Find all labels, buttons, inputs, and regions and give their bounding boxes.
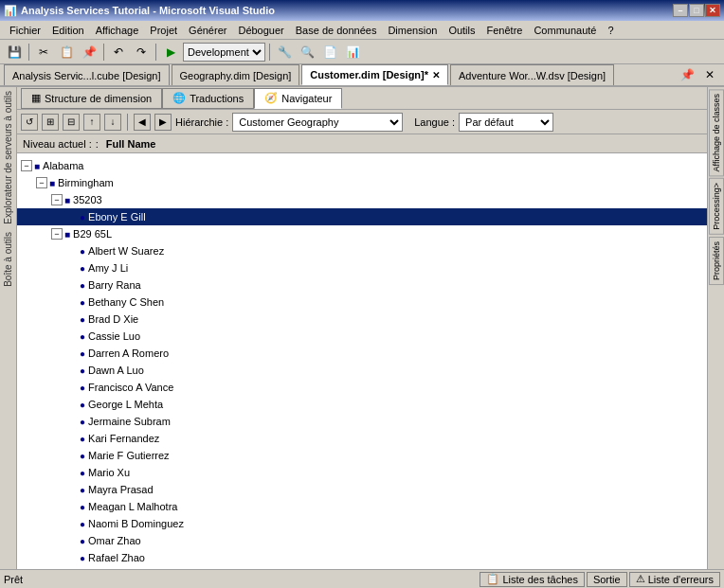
tree-node-francisco-a-vance[interactable]: ●Francisco A Vance	[17, 379, 707, 396]
right-sidebar-proprietes-btn[interactable]: Propriétés	[709, 237, 724, 285]
right-sidebar-classes-btn[interactable]: Affichage de classes	[709, 89, 724, 176]
statusbar: Prêt 📋 Liste des tâches Sortie ⚠ Liste d…	[0, 569, 724, 588]
toolbar-btn-undo[interactable]: ↶	[108, 42, 129, 62]
node-icon-b29-65l: ■	[64, 229, 70, 240]
hier-btn-4[interactable]: ↑	[83, 114, 100, 131]
minimize-button[interactable]: –	[673, 4, 688, 17]
tree-node-35203[interactable]: −■35203	[17, 191, 707, 208]
node-expander-35203[interactable]: −	[51, 194, 63, 205]
status-tab-errors[interactable]: ⚠ Liste d'erreurs	[629, 572, 720, 587]
tab-close-button[interactable]: ✕	[699, 64, 720, 85]
node-icon-albert-w-suarez: ●	[80, 246, 85, 257]
tree-area[interactable]: −■Alabama−■Birmingham−■35203●Ebony E Gil…	[17, 153, 707, 569]
tree-node-mayra-prasad[interactable]: ●Mayra Prasad	[17, 481, 707, 498]
tab-geography[interactable]: Geography.dim [Design]	[172, 64, 300, 85]
hier-refresh-btn[interactable]: ↺	[21, 114, 38, 131]
tab-customer[interactable]: Customer.dim [Design]* ✕	[301, 64, 448, 85]
subtab-traductions[interactable]: 🌐 Traductions	[162, 88, 254, 109]
tab-customer-close[interactable]: ✕	[432, 70, 440, 80]
hier-btn-5[interactable]: ↓	[104, 114, 121, 131]
tree-node-mario-xu[interactable]: ●Mario Xu	[17, 464, 707, 481]
tree-node-ebony-e-gill[interactable]: ●Ebony E Gill	[17, 208, 707, 225]
level-value: Full Name	[106, 138, 156, 150]
language-select[interactable]: Par défaut	[459, 113, 553, 132]
menu-projet[interactable]: Projet	[144, 23, 183, 38]
app-icon: 📊	[4, 5, 17, 17]
tree-node-jermaine-subram[interactable]: ●Jermaine Subram	[17, 413, 707, 430]
tab-pin-button[interactable]: 📌	[677, 64, 697, 85]
main-toolbar: 💾 ✂ 📋 📌 ↶ ↷ ▶ Development 🔧 🔍 📄 📊	[0, 40, 724, 64]
node-icon-dawn-a-luo: ●	[80, 365, 85, 376]
tree-node-albert-w-suarez[interactable]: ●Albert W Suarez	[17, 242, 707, 259]
tree-node-bethany-c-shen[interactable]: ●Bethany C Shen	[17, 294, 707, 311]
menu-dimension[interactable]: Dimension	[382, 23, 443, 38]
document-tabs: Analysis Servic...l.cube [Design] Geogra…	[0, 64, 724, 87]
toolbar-btn-paste[interactable]: 📌	[79, 42, 100, 62]
tree-node-b29-65l[interactable]: −■B29 65L	[17, 225, 707, 242]
toolbar-btn-cut[interactable]: ✂	[33, 42, 54, 62]
tree-node-amy-j-li[interactable]: ●Amy J Li	[17, 259, 707, 276]
node-expander-b29-65l[interactable]: −	[51, 228, 63, 240]
tree-node-barry-rana[interactable]: ●Barry Rana	[17, 276, 707, 294]
tree-node-birmingham[interactable]: −■Birmingham	[17, 174, 707, 191]
toolbar-btn-play[interactable]: ▶	[160, 42, 181, 62]
tree-node-naomi-b-dominguez[interactable]: ●Naomi B Dominguez	[17, 515, 707, 532]
close-button[interactable]: ✕	[705, 4, 720, 17]
hier-btn-3[interactable]: ⊟	[63, 114, 80, 131]
node-expander-birmingham[interactable]: −	[36, 177, 47, 188]
node-icon-mayra-prasad: ●	[80, 485, 85, 495]
node-label-barry-rana: Barry Rana	[88, 279, 141, 291]
menu-debogueur[interactable]: Déboguer	[232, 23, 289, 38]
subtab-navigateur[interactable]: 🧭 Navigateur	[254, 88, 342, 109]
menu-base-donnees[interactable]: Base de données	[290, 23, 383, 38]
menu-edition[interactable]: Edition	[46, 23, 90, 38]
node-label-omar-zhao: Omar Zhao	[88, 535, 141, 546]
node-icon-amy-j-li: ●	[80, 263, 85, 274]
node-expander-alabama[interactable]: −	[21, 160, 32, 171]
toolbar-btn-5[interactable]: 🔧	[274, 42, 295, 62]
tree-node-brad-d-xie[interactable]: ●Brad D Xie	[17, 311, 707, 328]
toolbar-btn-1[interactable]: 💾	[4, 42, 25, 62]
status-tab-tasks[interactable]: 📋 Liste des tâches	[480, 572, 585, 587]
hier-btn-6[interactable]: ◀	[134, 114, 151, 131]
node-icon-darren-a-romero: ●	[80, 348, 85, 359]
titlebar-controls: – □ ✕	[673, 4, 720, 17]
tree-node-alabama[interactable]: −■Alabama	[17, 157, 707, 174]
tree-node-kari-fernandez[interactable]: ●Kari Fernandez	[17, 430, 707, 447]
menu-outils[interactable]: Outils	[443, 23, 480, 38]
subtab-structure[interactable]: ▦ Structure de dimension	[21, 88, 162, 109]
toolbar-btn-6[interactable]: 🔍	[297, 42, 317, 62]
subtab-structure-icon: ▦	[31, 92, 41, 104]
tree-node-george-l-mehta[interactable]: ●George L Mehta	[17, 396, 707, 413]
tree-node-meagan-l-malhotra[interactable]: ●Meagan L Malhotra	[17, 498, 707, 515]
hier-btn-2[interactable]: ⊞	[42, 114, 59, 131]
status-tab-sortie[interactable]: Sortie	[587, 572, 627, 587]
maximize-button[interactable]: □	[689, 4, 704, 17]
node-label-albert-w-suarez: Albert W Suarez	[88, 245, 164, 257]
node-label-darren-a-romero: Darren A Romero	[88, 347, 169, 359]
toolbar-btn-copy[interactable]: 📋	[56, 42, 77, 62]
menu-communaute[interactable]: Communauté	[528, 23, 602, 38]
tree-node-rafael-zhao[interactable]: ●Rafael Zhao	[17, 549, 707, 566]
tree-node-cassie-luo[interactable]: ●Cassie Luo	[17, 328, 707, 345]
tree-node-randall-a-gill[interactable]: ●Randall A Gill	[17, 566, 707, 569]
menu-generer[interactable]: Générer	[183, 23, 232, 38]
menu-fichier[interactable]: Fichier	[4, 23, 46, 38]
tree-node-omar-zhao[interactable]: ●Omar Zhao	[17, 532, 707, 549]
subtab-navigateur-label: Navigateur	[281, 93, 332, 104]
tree-node-dawn-a-luo[interactable]: ●Dawn A Luo	[17, 362, 707, 379]
hierarchy-select[interactable]: Customer Geography	[232, 113, 403, 132]
menu-fenetre[interactable]: Fenêtre	[481, 23, 529, 38]
tab-adventure[interactable]: Adventure Wor...W.dsv [Design]	[450, 64, 614, 85]
toolbar-btn-8[interactable]: 📊	[342, 42, 363, 62]
toolbar-btn-7[interactable]: 📄	[319, 42, 340, 62]
tree-node-darren-a-romero[interactable]: ●Darren A Romero	[17, 345, 707, 362]
tree-node-marie-f-gutierrez[interactable]: ●Marie F Gutierrez	[17, 447, 707, 464]
hier-btn-7[interactable]: ▶	[154, 114, 172, 131]
build-config-select[interactable]: Development	[183, 43, 265, 62]
menu-affichage[interactable]: Affichage	[90, 23, 145, 38]
right-sidebar-processing-btn[interactable]: Processing>	[709, 178, 724, 235]
menu-help[interactable]: ?	[602, 23, 619, 38]
toolbar-btn-redo[interactable]: ↷	[131, 42, 152, 62]
tab-cube[interactable]: Analysis Servic...l.cube [Design]	[4, 64, 170, 85]
